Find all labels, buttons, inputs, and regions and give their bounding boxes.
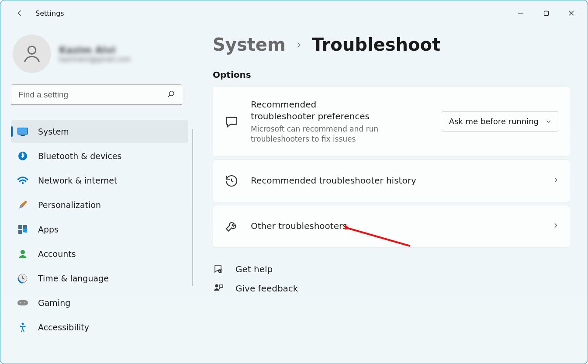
sidebar-item-label: Time & language [38, 274, 109, 283]
preferences-dropdown[interactable]: Ask me before running [441, 111, 559, 132]
svg-point-18 [24, 302, 26, 304]
wrench-icon [224, 218, 239, 234]
svg-point-14 [21, 250, 25, 254]
search-icon [167, 90, 175, 100]
sidebar-item-accessibility[interactable]: Accessibility [11, 316, 188, 339]
sidebar-item-apps[interactable]: Apps [11, 218, 188, 241]
dropdown-value: Ask me before running [449, 117, 539, 126]
section-label: Options [213, 69, 570, 80]
minimize-button[interactable] [508, 4, 533, 22]
svg-line-4 [168, 95, 170, 97]
card-troubleshooter-history[interactable]: Recommended troubleshooter history [213, 159, 570, 202]
sidebar-item-label: Accessibility [38, 322, 89, 332]
svg-text:?: ? [219, 270, 221, 273]
search-wrap [11, 84, 182, 105]
svg-point-3 [169, 91, 174, 96]
card-subtitle: Microsoft can recommend and run troubles… [251, 124, 391, 144]
nav: System Bluetooth & devices Network & int… [11, 120, 188, 339]
feedback-icon [213, 283, 224, 294]
bluetooth-icon [17, 150, 28, 162]
brush-icon [17, 199, 28, 211]
sidebar-item-network[interactable]: Network & internet [11, 169, 188, 192]
sidebar-item-gaming[interactable]: Gaming [11, 291, 188, 314]
chat-icon [224, 114, 239, 129]
app-title: Settings [35, 9, 64, 17]
maximize-button[interactable] [533, 4, 559, 22]
svg-rect-13 [23, 228, 27, 232]
accessibility-icon [17, 322, 28, 333]
apps-icon [17, 224, 28, 235]
titlebar: Settings [0, 0, 588, 26]
link-label: Give feedback [235, 283, 298, 294]
help-icon: ? [213, 263, 224, 275]
sidebar-item-bluetooth[interactable]: Bluetooth & devices [11, 145, 188, 167]
sidebar-item-label: Network & internet [38, 176, 117, 185]
breadcrumb-parent[interactable]: System [213, 35, 286, 55]
wifi-icon [17, 175, 28, 186]
link-label: Get help [235, 264, 273, 274]
sidebar-item-system[interactable]: System [11, 120, 188, 143]
clock-icon [17, 273, 28, 284]
system-icon [17, 126, 28, 137]
avatar [13, 35, 51, 73]
close-button[interactable] [559, 4, 584, 22]
user-block[interactable]: Kazim Alvi kazimalvi@gmail.com [11, 35, 188, 73]
card-title: Recommended troubleshooter preferences [251, 99, 382, 122]
sidebar-item-accounts[interactable]: Accounts [11, 243, 188, 265]
chevron-down-icon [546, 118, 552, 125]
back-button[interactable] [11, 4, 28, 22]
sidebar-item-time[interactable]: Time & language [11, 267, 188, 290]
user-email: kazimalvi@gmail.com [59, 55, 131, 63]
svg-point-22 [215, 284, 218, 287]
card-title: Recommended troubleshooter history [251, 175, 541, 187]
breadcrumb-current: Troubleshoot [312, 35, 440, 55]
user-text: Kazim Alvi kazimalvi@gmail.com [59, 45, 131, 63]
sidebar-item-label: Personalization [38, 200, 101, 210]
chevron-right-icon [552, 222, 559, 231]
main: System Troubleshoot Options Recommended … [193, 26, 588, 364]
search-input[interactable] [11, 84, 182, 105]
sidebar-item-label: Accounts [38, 249, 76, 259]
window-controls [508, 4, 584, 22]
svg-rect-6 [18, 128, 28, 134]
get-help-link[interactable]: ? Get help [213, 263, 570, 275]
svg-rect-1 [544, 11, 548, 15]
history-icon [224, 173, 239, 189]
chevron-right-icon [295, 39, 302, 52]
gaming-icon [17, 297, 28, 309]
user-name: Kazim Alvi [59, 45, 131, 55]
card-body: Recommended troubleshooter preferences M… [251, 99, 429, 144]
card-other-troubleshooters[interactable]: Other troubleshooters [213, 205, 570, 248]
sidebar-item-personalization[interactable]: Personalization [11, 194, 188, 216]
svg-rect-10 [18, 225, 22, 229]
footer-links: ? Get help Give feedback [213, 263, 570, 294]
sidebar-item-label: System [38, 127, 69, 136]
svg-rect-16 [17, 300, 28, 305]
accounts-icon [17, 248, 28, 260]
sidebar-item-label: Gaming [38, 298, 70, 308]
sidebar-item-label: Bluetooth & devices [38, 151, 121, 161]
svg-point-19 [22, 323, 24, 325]
give-feedback-link[interactable]: Give feedback [213, 283, 570, 294]
svg-rect-7 [21, 135, 25, 136]
card-troubleshooter-preferences[interactable]: Recommended troubleshooter preferences M… [213, 86, 570, 157]
svg-point-2 [28, 46, 36, 54]
sidebar: Kazim Alvi kazimalvi@gmail.com System [0, 26, 193, 364]
svg-point-17 [20, 302, 21, 304]
sidebar-item-label: Apps [38, 225, 59, 234]
breadcrumb: System Troubleshoot [213, 35, 570, 55]
card-title: Other troubleshooters [251, 220, 541, 232]
chevron-right-icon [552, 177, 559, 185]
svg-rect-12 [18, 230, 22, 234]
svg-point-9 [22, 182, 24, 184]
